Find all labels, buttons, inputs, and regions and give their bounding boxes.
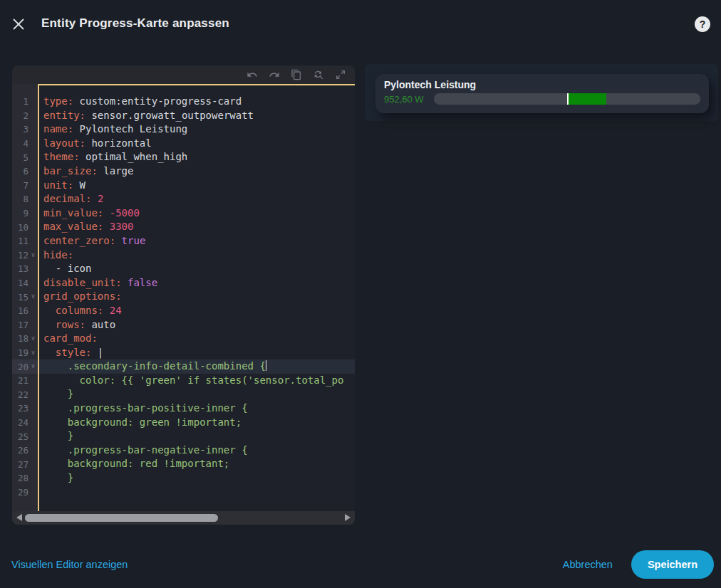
scrollbar-thumb[interactable] — [25, 514, 218, 522]
code-line[interactable]: .secondary-info-detail-combined { — [39, 359, 355, 374]
code-editor[interactable]: 123456789101112∨131415∨161718∨19∨20∨2122… — [12, 84, 355, 511]
gutter-row: 27 — [12, 457, 38, 471]
code-line[interactable]: color: {{ 'green' if states('sensor.tota… — [39, 374, 355, 388]
gutter-row: 19∨ — [12, 346, 38, 360]
line-number: 11 — [12, 236, 28, 246]
code-line[interactable]: center_zero: true — [39, 234, 355, 248]
code-line[interactable]: rows: auto — [39, 318, 355, 332]
code-line[interactable]: entity: sensor.growatt_outpowerwatt — [39, 109, 355, 123]
code-line[interactable]: type: custom:entity-progress-card — [39, 95, 355, 109]
code-token — [103, 207, 109, 219]
code-token: background: red !important; — [43, 458, 229, 469]
code-line[interactable]: .progress-bar-positive-inner { — [39, 401, 355, 416]
gutter-row: 16 — [12, 304, 38, 318]
progress-bar — [434, 93, 700, 105]
code-line[interactable]: min_value: -5000 — [39, 206, 355, 221]
gutter-row: 7 — [12, 179, 38, 193]
line-number: 6 — [12, 166, 28, 177]
find-replace-button[interactable] — [312, 69, 324, 81]
undo-button[interactable] — [246, 69, 258, 81]
preview-card-name: Pylontech Leistung — [384, 79, 700, 90]
dialog-title: Entity Progress-Karte anpassen — [41, 16, 229, 31]
code-token: max_value: — [43, 221, 103, 232]
scroll-left-arrow-icon[interactable] — [16, 514, 22, 521]
code-line[interactable]: columns: 24 — [39, 304, 355, 318]
code-line[interactable]: layout: horizontal — [39, 137, 355, 151]
code-line[interactable]: - icon — [39, 262, 355, 276]
line-number: 18 — [12, 333, 28, 344]
code-token: hide: — [43, 249, 73, 261]
line-number: 22 — [12, 389, 28, 400]
gutter-row: 2 — [12, 109, 38, 123]
cancel-button[interactable]: Abbrechen — [563, 559, 613, 570]
code-token: grid_options: — [43, 290, 122, 302]
code-line[interactable]: .progress-bar-negative-inner { — [39, 443, 355, 458]
code-token: decimal: — [43, 193, 91, 204]
help-button[interactable]: ? — [695, 16, 710, 32]
code-token — [103, 221, 109, 232]
copy-button[interactable] — [290, 69, 302, 81]
code-line[interactable]: } — [39, 429, 355, 443]
line-number: 29 — [12, 487, 28, 498]
code-line[interactable]: style: | — [39, 346, 355, 360]
close-button[interactable] — [10, 16, 27, 33]
gutter-row: 21 — [12, 374, 38, 388]
code-line[interactable]: card_mod: — [39, 332, 355, 346]
horizontal-scrollbar[interactable] — [12, 511, 355, 525]
gutter-row: 12∨ — [12, 248, 38, 263]
gutter-row: 23 — [12, 401, 38, 416]
code-line[interactable]: theme: optimal_when_high — [39, 150, 355, 164]
save-button[interactable]: Speichern — [631, 550, 714, 579]
code-line[interactable]: grid_options: — [39, 290, 355, 304]
code-content[interactable]: type: custom:entity-progress-cardentity:… — [38, 84, 355, 511]
code-token: 24 — [110, 305, 122, 316]
code-line[interactable]: background: green !important; — [39, 416, 355, 430]
code-token: -5000 — [110, 207, 140, 219]
line-number: 12 — [12, 250, 28, 261]
code-line[interactable]: bar_size: large — [39, 164, 355, 179]
fullscreen-button[interactable] — [334, 69, 346, 81]
fold-chevron-icon[interactable]: ∨ — [28, 248, 38, 263]
code-line[interactable]: unit: W — [39, 179, 355, 193]
code-line[interactable]: decimal: 2 — [39, 192, 355, 206]
code-token: unit: — [43, 179, 73, 191]
fold-chevron-icon[interactable]: ∨ — [28, 290, 38, 304]
close-icon — [11, 17, 26, 31]
gutter-row: 17 — [12, 318, 38, 332]
scroll-right-arrow-icon[interactable] — [345, 514, 351, 521]
line-number: 20 — [12, 362, 28, 372]
line-number: 3 — [12, 124, 28, 135]
fold-chevron-icon[interactable]: ∨ — [28, 332, 38, 346]
code-line[interactable]: } — [39, 387, 355, 401]
code-line[interactable]: } — [39, 471, 355, 485]
gutter-row: 24 — [12, 416, 38, 430]
code-token: - icon — [43, 263, 91, 274]
code-line[interactable]: max_value: 3300 — [39, 220, 355, 234]
show-visual-editor-link[interactable]: Visuellen Editor anzeigen — [11, 559, 128, 570]
gutter-row: 26 — [12, 443, 38, 458]
entity-progress-card-preview[interactable]: Pylontech Leistung 952,60 W — [375, 74, 709, 113]
line-number: 4 — [12, 138, 28, 149]
code-token: type: — [43, 95, 73, 107]
code-token: sensor.growatt_outpowerwatt — [85, 110, 254, 121]
gutter-row: 3 — [12, 122, 38, 137]
redo-button[interactable] — [268, 69, 280, 81]
code-token: entity: — [43, 110, 85, 121]
code-token: columns: — [56, 305, 103, 316]
code-token: Pylontech Leistung — [73, 123, 187, 135]
code-line[interactable]: background: red !important; — [39, 457, 355, 471]
fold-chevron-icon[interactable]: ∨ — [28, 346, 38, 360]
code-token: rows: — [56, 319, 85, 330]
code-token: name: — [43, 123, 73, 135]
code-line[interactable]: disable_unit: false — [39, 276, 355, 290]
find-replace-icon — [313, 69, 324, 80]
code-line[interactable] — [39, 485, 355, 500]
code-line[interactable]: name: Pylontech Leistung — [39, 122, 355, 137]
code-line[interactable]: hide: — [39, 248, 355, 263]
line-number: 10 — [12, 222, 28, 233]
fold-chevron-icon[interactable]: ∨ — [28, 359, 38, 374]
code-token: .progress-bar-negative-inner { — [43, 444, 248, 456]
code-token: optimal_when_high — [80, 151, 188, 162]
line-number: 13 — [12, 263, 28, 274]
gutter-row: 4 — [12, 137, 38, 151]
